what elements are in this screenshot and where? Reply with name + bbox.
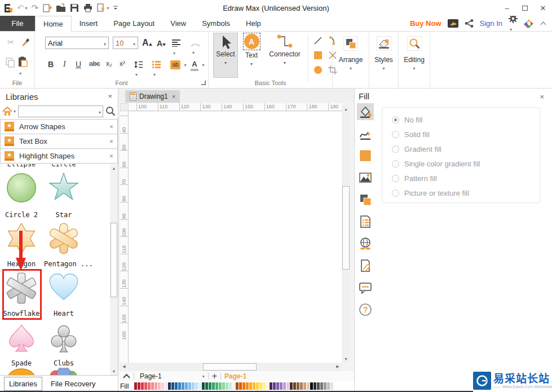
color-swatch[interactable]: [239, 382, 242, 390]
color-swatch[interactable]: [212, 382, 215, 390]
color-swatch[interactable]: [327, 382, 330, 390]
tab-close-icon[interactable]: ×: [172, 93, 175, 100]
color-swatch[interactable]: [168, 382, 171, 390]
color-swatch[interactable]: [303, 382, 306, 390]
shape-partial-dome[interactable]: [7, 367, 36, 375]
color-swatch[interactable]: [276, 382, 279, 390]
superscript-button[interactable]: x²: [120, 60, 125, 68]
help-icon[interactable]: ?: [357, 301, 374, 318]
scroll-up-icon[interactable]: ▲: [342, 105, 350, 113]
scroll-down-icon[interactable]: ▼: [342, 355, 350, 363]
color-swatch[interactable]: [246, 382, 249, 390]
footer-tab-libraries[interactable]: Libraries: [4, 377, 42, 391]
minimize-button[interactable]: –: [498, 2, 516, 14]
ellipse-shape-icon[interactable]: [313, 65, 323, 74]
cut-icon[interactable]: ✂: [7, 37, 15, 47]
vertical-scrollbar[interactable]: ▲ ▼: [342, 105, 350, 363]
copy-icon[interactable]: [6, 58, 15, 68]
scroll-left-icon[interactable]: ◀: [120, 363, 128, 371]
color-swatch[interactable]: [202, 382, 205, 390]
color-swatch[interactable]: [198, 382, 201, 390]
italic-button[interactable]: I: [63, 60, 66, 69]
page-setup-icon[interactable]: [357, 213, 374, 230]
section-close-icon[interactable]: ×: [109, 123, 113, 131]
fill-option[interactable]: Single color gradient fill: [392, 156, 540, 171]
scrollbar-thumb[interactable]: [203, 363, 257, 371]
color-swatch[interactable]: [158, 382, 161, 390]
fill-option[interactable]: Gradient fill: [392, 142, 540, 156]
color-swatch[interactable]: [256, 382, 259, 390]
color-swatch[interactable]: [161, 382, 164, 390]
menu-tab[interactable]: Home: [35, 16, 72, 32]
shape-star[interactable]: [48, 172, 80, 204]
shadow-icon[interactable]: [357, 191, 374, 208]
color-swatch[interactable]: [182, 382, 184, 390]
color-swatch[interactable]: [222, 382, 225, 390]
radio-icon[interactable]: [392, 175, 399, 182]
color-swatch[interactable]: [253, 382, 255, 390]
font-size-select[interactable]: 10: [113, 37, 138, 49]
menu-tab[interactable]: Page Layout: [105, 16, 162, 31]
hyperlink-icon[interactable]: [357, 235, 374, 252]
add-page-button[interactable]: +: [212, 371, 217, 381]
color-swatch[interactable]: [317, 382, 320, 390]
new-document-icon[interactable]: [42, 3, 52, 13]
color-swatch[interactable]: [324, 382, 326, 390]
line-spacing-icon[interactable]: [134, 61, 143, 78]
export-icon[interactable]: [96, 3, 109, 13]
document-tab[interactable]: Drawing1 ×: [125, 90, 180, 103]
font-color-icon[interactable]: A: [191, 59, 204, 71]
menu-tab[interactable]: Symbols: [194, 16, 238, 31]
menu-tab[interactable]: Help: [238, 16, 269, 31]
color-swatch[interactable]: [300, 382, 303, 390]
line-format-icon[interactable]: [357, 125, 374, 142]
color-swatch[interactable]: [219, 382, 222, 390]
color-swatch[interactable]: [232, 382, 235, 390]
drawing-page[interactable]: [129, 112, 342, 363]
close-button[interactable]: ✕: [534, 2, 552, 14]
color-swatch[interactable]: [226, 382, 228, 390]
attachment-icon[interactable]: [357, 257, 374, 274]
color-swatch[interactable]: [192, 382, 195, 390]
text-align-icon[interactable]: [172, 39, 180, 57]
print-icon[interactable]: [83, 3, 92, 13]
color-swatch[interactable]: [280, 382, 282, 390]
library-scrollbar[interactable]: ▲ ▼: [110, 164, 118, 375]
color-swatch[interactable]: [273, 382, 276, 390]
color-swatch[interactable]: [134, 382, 137, 390]
radio-icon[interactable]: [392, 190, 399, 197]
scroll-right-icon[interactable]: ▶: [334, 363, 342, 371]
save-icon[interactable]: [70, 3, 79, 13]
search-icon[interactable]: [105, 106, 116, 116]
color-swatch[interactable]: [266, 382, 269, 390]
color-swatch[interactable]: [205, 382, 208, 390]
collapse-ribbon-icon[interactable]: [540, 21, 546, 25]
shape-partial-balls[interactable]: [48, 368, 79, 375]
section-close-icon[interactable]: ×: [109, 138, 113, 146]
menu-tab[interactable]: View: [162, 16, 194, 31]
strikethrough-button[interactable]: abc: [89, 60, 100, 68]
color-swatch[interactable]: [242, 382, 245, 390]
shape-heart[interactable]: [48, 272, 80, 304]
shape-clubs[interactable]: [48, 323, 80, 355]
color-swatch[interactable]: [195, 382, 198, 390]
comment-icon[interactable]: [357, 279, 374, 296]
color-swatch[interactable]: [283, 382, 286, 390]
color-swatch[interactable]: [310, 382, 313, 390]
page-selector[interactable]: Page-1: [140, 372, 162, 380]
fill-panel-close-icon[interactable]: ×: [540, 93, 544, 101]
fill-option[interactable]: No fill: [392, 112, 540, 127]
color-swatch[interactable]: [313, 382, 316, 390]
select-tool-button[interactable]: Select ▾: [213, 33, 238, 78]
settings-gear-icon[interactable]: [509, 14, 518, 33]
footer-tab-file-recovery[interactable]: File Recovery: [51, 380, 95, 388]
scroll-down-icon[interactable]: ▼: [110, 367, 118, 375]
bullet-list-icon[interactable]: [152, 61, 161, 78]
color-swatch[interactable]: [151, 382, 154, 390]
color-swatch[interactable]: [286, 382, 289, 390]
maximize-button[interactable]: [516, 2, 534, 14]
scrollbar-thumb[interactable]: [342, 186, 350, 270]
color-swatch[interactable]: [154, 382, 157, 390]
library-home-button[interactable]: [2, 107, 18, 116]
undo-icon[interactable]: ↶: [17, 3, 28, 13]
